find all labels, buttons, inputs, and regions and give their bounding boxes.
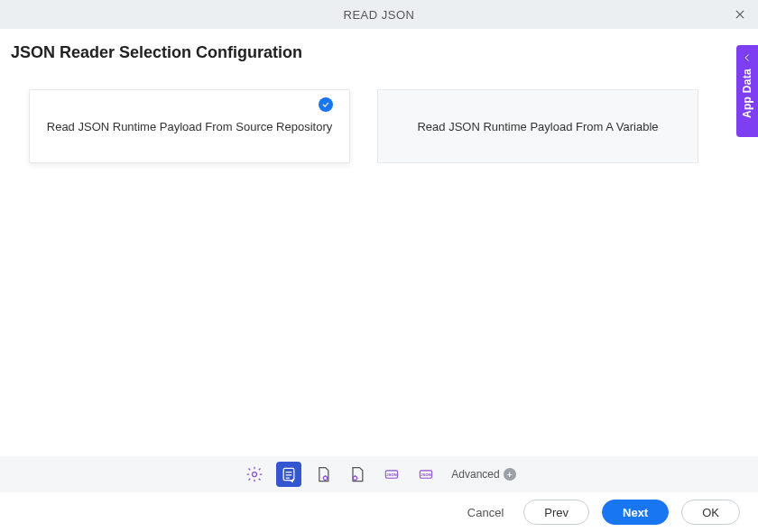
bottom-toolbar: JSON JSON Advanced + — [0, 456, 758, 492]
footer: Cancel Prev Next OK — [0, 492, 758, 532]
option-card-variable[interactable]: Read JSON Runtime Payload From A Variabl… — [377, 89, 698, 163]
cancel-button[interactable]: Cancel — [460, 500, 511, 525]
plus-circle-icon: + — [504, 468, 516, 481]
selected-check-icon — [319, 97, 333, 112]
close-icon — [734, 8, 746, 21]
close-button[interactable] — [731, 5, 749, 23]
svg-point-3 — [354, 476, 357, 480]
step-json-icon-2[interactable]: JSON — [413, 462, 439, 487]
step-doc-config-icon[interactable] — [345, 462, 370, 487]
dialog-header: READ JSON — [0, 0, 758, 29]
side-tab-label: App Data — [741, 69, 753, 118]
option-card-label: Read JSON Runtime Payload From Source Re… — [36, 120, 343, 133]
svg-text:JSON: JSON — [421, 472, 431, 477]
dialog-title: READ JSON — [344, 8, 415, 22]
svg-text:JSON: JSON — [387, 472, 397, 477]
step-reader-icon[interactable] — [276, 462, 301, 487]
step-settings-icon[interactable] — [242, 462, 267, 487]
option-cards: Read JSON Runtime Payload From Source Re… — [0, 62, 758, 163]
option-card-source-repo[interactable]: Read JSON Runtime Payload From Source Re… — [29, 89, 350, 163]
svg-point-2 — [324, 476, 328, 480]
page-title: JSON Reader Selection Configuration — [0, 29, 758, 62]
step-json-icon-1[interactable]: JSON — [379, 462, 404, 487]
chevron-left-icon — [742, 52, 753, 63]
prev-button[interactable]: Prev — [523, 500, 589, 525]
advanced-label: Advanced — [451, 468, 499, 481]
svg-point-0 — [253, 472, 257, 477]
option-card-label: Read JSON Runtime Payload From A Variabl… — [406, 120, 669, 133]
app-data-side-tab[interactable]: App Data — [736, 45, 758, 137]
ok-button[interactable]: OK — [681, 500, 740, 525]
advanced-toggle[interactable]: Advanced + — [451, 468, 515, 481]
next-button[interactable]: Next — [602, 500, 669, 525]
step-doc-settings-icon[interactable] — [310, 462, 336, 487]
